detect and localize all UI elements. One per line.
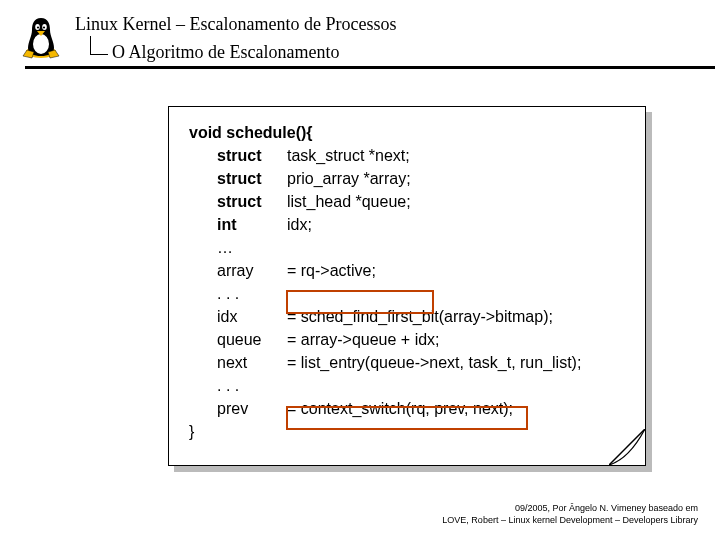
tux-icon: [20, 12, 62, 60]
code-line: . . .: [189, 282, 581, 305]
code-line: next= list_entry(queue->next, task_t, ru…: [189, 351, 581, 374]
code-line: intidx;: [189, 213, 581, 236]
tree-connector-vertical: [90, 36, 91, 54]
code-line: array= rq->active;: [189, 259, 581, 282]
code-col2: list_head *queue;: [287, 190, 411, 213]
code-line: structtask_struct *next;: [189, 144, 581, 167]
code-col2: = list_entry(queue->next, task_t, run_li…: [287, 351, 581, 374]
svg-point-5: [43, 26, 45, 28]
code-col1: idx: [217, 305, 287, 328]
code-col1: queue: [217, 328, 287, 351]
slide-footer: 09/2005, Por Ângelo N. Vimeney baseado e…: [442, 502, 698, 526]
code-col1: struct: [217, 190, 287, 213]
code-line: idx= sched_find_first_bit(array->bitmap)…: [189, 305, 581, 328]
code-signature: void schedule(){: [189, 121, 581, 144]
code-line: queue= array->queue + idx;: [189, 328, 581, 351]
svg-point-1: [33, 34, 49, 54]
code-col1: struct: [217, 167, 287, 190]
code-col2: task_struct *next;: [287, 144, 410, 167]
code-col1: array: [217, 259, 287, 282]
code-line: . . .: [189, 374, 581, 397]
code-col2: idx;: [287, 213, 312, 236]
code-col1: …: [217, 236, 287, 259]
footer-line2: LOVE, Robert – Linux kernel Development …: [442, 514, 698, 526]
code-line: prev= context_switch(rq, prev, next);: [189, 397, 581, 420]
code-col1: struct: [217, 144, 287, 167]
code-col2: = context_switch(rq, prev, next);: [287, 397, 513, 420]
code-col1: . . .: [217, 282, 287, 305]
code-col2: prio_array *array;: [287, 167, 411, 190]
code-col1: int: [217, 213, 287, 236]
kw-void: void: [189, 124, 226, 141]
header-rule: [25, 66, 715, 69]
code-line: structlist_head *queue;: [189, 190, 581, 213]
footer-line1: 09/2005, Por Ângelo N. Vimeney baseado e…: [442, 502, 698, 514]
svg-point-4: [37, 26, 39, 28]
fn-name: schedule(){: [226, 124, 312, 141]
page-fold-icon: [609, 429, 645, 465]
code-content: void schedule(){ structtask_struct *next…: [189, 121, 581, 443]
code-col1: prev: [217, 397, 287, 420]
code-box: void schedule(){ structtask_struct *next…: [168, 106, 646, 466]
slide-subtitle: O Algoritmo de Escalonamento: [112, 42, 339, 63]
code-col1: . . .: [217, 374, 287, 397]
code-col2: = array->queue + idx;: [287, 328, 440, 351]
tree-connector-horizontal: [90, 54, 108, 55]
code-col2: = sched_find_first_bit(array->bitmap);: [287, 305, 553, 328]
code-close: }: [189, 420, 581, 443]
slide-title: Linux Kernel – Escalonamento de Processo…: [75, 14, 396, 35]
code-col2: = rq->active;: [287, 259, 376, 282]
code-line: structprio_array *array;: [189, 167, 581, 190]
code-line: …: [189, 236, 581, 259]
code-col1: next: [217, 351, 287, 374]
